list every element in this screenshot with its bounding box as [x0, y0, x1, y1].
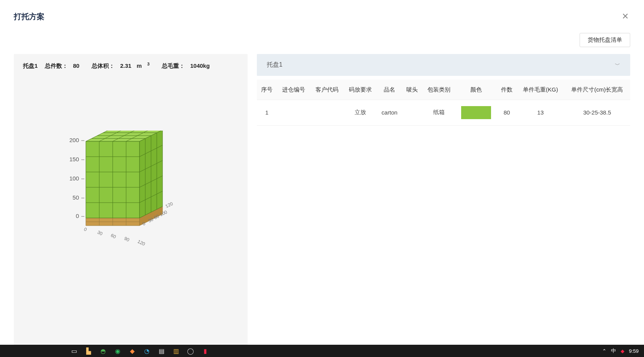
th-unit-dim: 单件尺寸(cm)长宽高	[564, 80, 630, 100]
pallet-list-button[interactable]: 货物托盘清单	[580, 33, 630, 47]
cell-seq: 1	[257, 100, 277, 125]
cell-pieces: 80	[497, 100, 517, 125]
pallet-accordion-header[interactable]: 托盘1 ﹀	[257, 54, 630, 76]
x-tick: 90	[123, 236, 130, 243]
x-tick: 120	[137, 239, 146, 247]
pallet-3d-view: 200 150 100 50 0	[56, 131, 217, 314]
box-stack	[86, 131, 163, 218]
z-tick: 200	[69, 137, 79, 143]
z-tick: 0	[76, 213, 79, 219]
th-color: 颜色	[455, 80, 496, 100]
cell-color	[455, 100, 496, 125]
total-volume: 总体积：2.31m3	[92, 62, 155, 69]
app3-icon[interactable]: ▥	[171, 346, 181, 356]
cell-name: carton	[377, 100, 402, 125]
app5-icon[interactable]: ▮	[200, 346, 210, 356]
chrome-icon[interactable]: ◓	[98, 346, 108, 356]
color-swatch	[461, 106, 491, 119]
explorer-icon[interactable]: ▙	[84, 346, 94, 356]
th-stacking: 码放要求	[343, 80, 377, 100]
app4-icon[interactable]: ◯	[186, 346, 196, 356]
th-package: 包装类别	[422, 80, 456, 100]
x-tick: 30	[97, 229, 104, 237]
app-icon[interactable]: ◆	[127, 346, 137, 356]
th-seq: 序号	[257, 80, 277, 100]
x-tick: 60	[110, 233, 117, 240]
z-tick: 100	[69, 175, 79, 182]
close-icon[interactable]: ✕	[620, 11, 630, 22]
cell-unit-dim: 30-25-38.5	[564, 100, 630, 125]
wechat-icon[interactable]: ◉	[113, 346, 123, 356]
x-tick: 0	[83, 226, 88, 233]
ime-icon[interactable]: 中	[611, 347, 616, 354]
cell-inbound	[277, 100, 310, 125]
cargo-table: 序号 进仓编号 客户代码 码放要求 品名 唛头 包装类别 颜色 件数 单件毛重(…	[257, 80, 630, 126]
y-tick: 120	[164, 201, 174, 209]
app2-icon[interactable]: ▤	[156, 346, 166, 356]
pallet-visualization-panel: 托盘1 总件数：80 总体积：2.31m3 总毛重：1040kg 200 150…	[14, 54, 248, 353]
th-mark: 唛头	[402, 80, 422, 100]
th-name: 品名	[377, 80, 402, 100]
th-customer: 客户代码	[310, 80, 343, 100]
total-gross-weight: 总毛重：1040kg	[162, 62, 215, 69]
taskbar-clock[interactable]: 9:59	[629, 348, 639, 354]
cell-customer	[310, 100, 343, 125]
chevron-down-icon: ﹀	[615, 62, 620, 69]
taskview-icon[interactable]: ▭	[69, 346, 79, 356]
z-tick: 150	[69, 156, 79, 162]
page-title: 打托方案	[14, 11, 44, 22]
total-pieces: 总件数：80	[45, 62, 85, 69]
table-row[interactable]: 1 立放 carton 纸箱 80 13 30-25-38.5	[257, 100, 630, 125]
tray-icon[interactable]: ◆	[621, 348, 624, 354]
th-unit-weight: 单件毛重(KG)	[517, 80, 564, 100]
cell-mark	[402, 100, 422, 125]
tray-icon[interactable]: ⌃	[602, 348, 606, 354]
edge-icon[interactable]: ◔	[142, 346, 152, 356]
accordion-title: 托盘1	[267, 61, 283, 69]
cell-unit-weight: 13	[517, 100, 564, 125]
cell-stacking: 立放	[343, 100, 377, 125]
z-tick: 50	[72, 194, 79, 201]
windows-taskbar[interactable]: ▭ ▙ ◓ ◉ ◆ ◔ ▤ ▥ ◯ ▮ ⌃ 中 ◆ 9:59	[0, 345, 644, 357]
cell-package: 纸箱	[422, 100, 456, 125]
th-pieces: 件数	[497, 80, 517, 100]
pallet-id-label: 托盘1	[23, 62, 38, 69]
th-inbound: 进仓编号	[277, 80, 310, 100]
pallet-summary: 托盘1 总件数：80 总体积：2.31m3 总毛重：1040kg	[23, 62, 238, 70]
